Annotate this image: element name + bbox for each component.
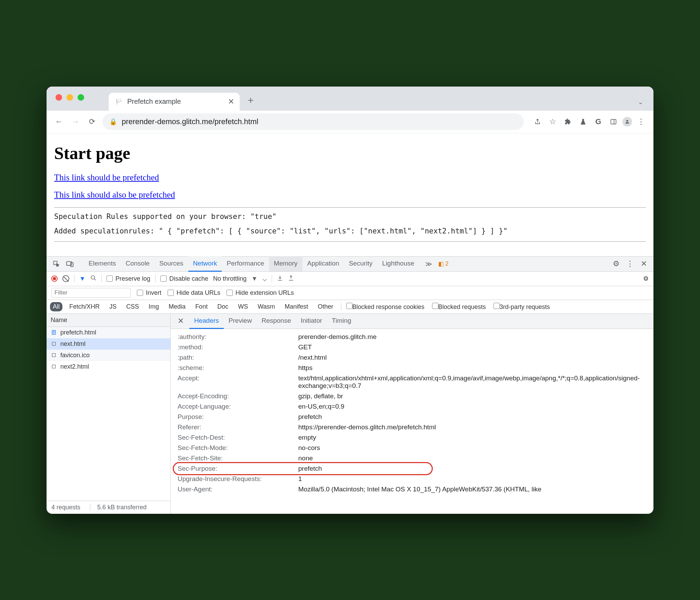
maximize-window-button[interactable] xyxy=(78,94,84,101)
devtools-close-button[interactable]: ✕ xyxy=(638,258,650,270)
minimize-window-button[interactable] xyxy=(67,94,73,101)
import-har-icon[interactable] xyxy=(277,275,283,283)
navigation-toolbar: ← → ⟳ 🔒 prerender-demos.glitch.me/prefet… xyxy=(47,111,653,133)
devtools-settings-icon[interactable]: ⚙ xyxy=(610,258,622,270)
header-key: Accept: xyxy=(178,374,298,390)
devtools-tab-application[interactable]: Application xyxy=(302,256,344,271)
page-heading: Start page xyxy=(54,143,646,163)
header-value: prefetch xyxy=(298,413,647,421)
google-icon[interactable]: G xyxy=(592,116,604,128)
header-key: :authority: xyxy=(178,333,298,341)
list-header-name[interactable]: Name xyxy=(47,314,170,327)
status-transferred: 5.6 kB transferred xyxy=(90,504,147,511)
export-har-icon[interactable] xyxy=(288,275,294,283)
detail-tab-preview[interactable]: Preview xyxy=(224,314,257,329)
devtools-tab-console[interactable]: Console xyxy=(121,256,154,271)
type-check--rd-party-requests[interactable]: 3rd-party requests xyxy=(493,303,550,311)
header-row: User-Agent:Mozilla/5.0 (Macintosh; Intel… xyxy=(171,484,653,494)
address-bar[interactable]: 🔒 prerender-demos.glitch.me/prefetch.htm… xyxy=(102,113,524,130)
close-window-button[interactable] xyxy=(56,94,62,101)
labs-flask-icon[interactable] xyxy=(577,116,589,128)
request-row[interactable]: favicon.ico xyxy=(47,350,170,361)
invert-checkbox[interactable]: Invert xyxy=(137,289,161,297)
record-button[interactable] xyxy=(51,276,58,282)
header-row: Accept-Encoding:gzip, deflate, br xyxy=(171,391,653,401)
type-filter-img[interactable]: Img xyxy=(146,302,162,311)
devtools-tab-security[interactable]: Security xyxy=(344,256,378,271)
request-row[interactable]: prefetch.html xyxy=(47,327,170,338)
network-conditions-icon[interactable]: ⌵ xyxy=(262,274,267,283)
type-check-blocked-requests[interactable]: Blocked requests xyxy=(432,303,486,311)
back-button[interactable]: ← xyxy=(53,116,65,128)
disable-cache-checkbox[interactable]: Disable cache xyxy=(160,275,208,282)
type-filter-all[interactable]: All xyxy=(50,302,62,311)
throttling-dropdown-icon[interactable]: ▼ xyxy=(251,275,258,282)
header-row: Sec-Fetch-Mode:no-cors xyxy=(171,443,653,453)
filter-input[interactable] xyxy=(51,288,131,298)
profile-avatar[interactable] xyxy=(622,117,632,127)
type-filter-js[interactable]: JS xyxy=(107,302,119,311)
kebab-menu-icon[interactable]: ⋮ xyxy=(635,116,647,128)
reload-button[interactable]: ⟳ xyxy=(86,116,98,128)
warnings-badge[interactable]: ◧ 2 xyxy=(438,260,448,268)
request-row[interactable]: next2.html xyxy=(47,361,170,372)
network-settings-icon[interactable]: ⚙ xyxy=(643,275,649,282)
detail-tab-timing[interactable]: Timing xyxy=(327,314,356,329)
devtools-tab-lighthouse[interactable]: Lighthouse xyxy=(377,256,419,271)
divider xyxy=(54,241,646,242)
divider xyxy=(54,207,646,208)
devtools-tab-network[interactable]: Network xyxy=(188,256,222,272)
devtools-tab-elements[interactable]: Elements xyxy=(84,256,121,271)
type-filter-font[interactable]: Font xyxy=(192,302,210,311)
type-filter-doc[interactable]: Doc xyxy=(214,302,231,311)
hide-extension-urls-checkbox[interactable]: Hide extension URLs xyxy=(227,289,294,297)
close-detail-button[interactable]: ✕ xyxy=(174,317,187,326)
filter-toggle-icon[interactable]: ▼ xyxy=(79,275,86,282)
header-value: https xyxy=(298,364,647,372)
detail-tab-response[interactable]: Response xyxy=(257,314,296,329)
header-row: :path:/next.html xyxy=(171,352,653,363)
header-value: empty xyxy=(298,434,647,441)
devtools-menu-icon[interactable]: ⋮ xyxy=(624,258,636,270)
prefetch-link-1[interactable]: This link should be prefetched xyxy=(54,173,646,182)
detail-tab-strip: ✕ HeadersPreviewResponseInitiatorTiming xyxy=(171,314,653,329)
search-icon[interactable] xyxy=(90,275,97,283)
header-key: :method: xyxy=(178,343,298,351)
type-filter-media[interactable]: Media xyxy=(166,302,188,311)
new-tab-button[interactable]: ＋ xyxy=(246,93,256,107)
tab-overflow-button[interactable]: ⌄ xyxy=(638,98,643,106)
throttling-select[interactable]: No throttling xyxy=(213,275,247,282)
devtools-tab-memory[interactable]: Memory xyxy=(269,256,302,271)
preserve-log-checkbox[interactable]: Preserve log xyxy=(107,275,150,282)
header-key: Accept-Language: xyxy=(178,403,298,410)
svg-point-2 xyxy=(626,120,628,122)
browser-tab[interactable]: 🏳️ Prefetch example ✕ xyxy=(109,93,240,111)
extensions-puzzle-icon[interactable] xyxy=(562,116,574,128)
detail-tab-initiator[interactable]: Initiator xyxy=(296,314,327,329)
side-panel-icon[interactable] xyxy=(607,116,620,128)
request-row[interactable]: next.html xyxy=(47,338,170,350)
devtools-tab-sources[interactable]: Sources xyxy=(154,256,188,271)
share-icon[interactable] xyxy=(531,116,544,128)
type-filter-manifest[interactable]: Manifest xyxy=(282,302,311,311)
more-panels-button[interactable]: ≫ xyxy=(420,257,437,271)
file-icon xyxy=(51,363,57,370)
type-filter-wasm[interactable]: Wasm xyxy=(255,302,278,311)
type-filter-fetchxhr[interactable]: Fetch/XHR xyxy=(67,302,102,311)
type-filter-css[interactable]: CSS xyxy=(123,302,142,311)
bookmark-star-icon[interactable]: ☆ xyxy=(547,116,559,128)
devtools-tab-performance[interactable]: Performance xyxy=(222,256,269,271)
tab-close-button[interactable]: ✕ xyxy=(228,97,234,106)
clear-button[interactable] xyxy=(62,275,69,282)
prefetch-link-2[interactable]: This link should also be prefetched xyxy=(54,190,646,200)
type-check-blocked-response-cookies[interactable]: Blocked response cookies xyxy=(346,303,424,311)
detail-tab-headers[interactable]: Headers xyxy=(189,314,224,329)
device-toolbar-icon[interactable] xyxy=(64,258,76,270)
header-value: none xyxy=(298,454,647,462)
forward-button[interactable]: → xyxy=(69,116,82,128)
header-key: Purpose: xyxy=(178,413,298,421)
inspect-element-icon[interactable] xyxy=(50,258,62,270)
type-filter-other[interactable]: Other xyxy=(315,302,336,311)
hide-data-urls-checkbox[interactable]: Hide data URLs xyxy=(168,289,220,297)
type-filter-ws[interactable]: WS xyxy=(235,302,251,311)
